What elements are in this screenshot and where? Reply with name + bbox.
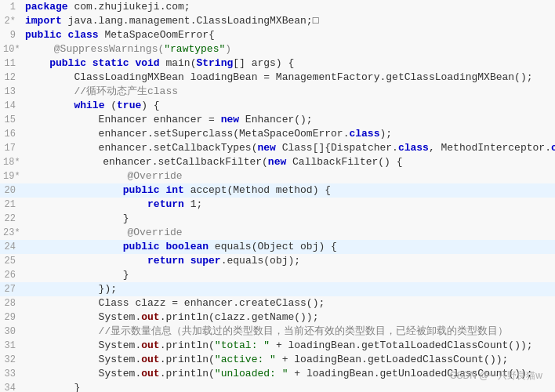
code-text: ClassLoadingMXBean loadingBean = Managem… [25, 71, 533, 83]
code-row: 20 public int accept(Method method) { [0, 183, 555, 198]
code-row: 26 } [0, 268, 555, 282]
line-code: public boolean equals(Object obj) { [22, 240, 555, 254]
line-number: 24 [0, 240, 22, 254]
code-text: Enhancer(); [239, 114, 313, 125]
line-code: //显示数量信息（共加载过的类型数目，当前还有效的类型数目，已经被卸载的类型数目… [22, 325, 555, 339]
line-number: 20 [0, 183, 22, 198]
code-text: .println( [160, 368, 215, 379]
line-number: 25 [0, 254, 22, 268]
line-code: Class clazz = enhancer.createClass(); [22, 296, 555, 310]
line-code: } [22, 381, 555, 392]
line-number: 32 [0, 353, 22, 367]
string-literal: "unloaded: " [215, 368, 288, 379]
code-row: 24 public boolean equals(Object obj) { [0, 240, 555, 254]
code-text: Class clazz = enhancer.createClass(); [25, 297, 325, 309]
line-number: 29 [0, 310, 22, 325]
code-text: com.zhujiukeji.com; [68, 1, 190, 13]
code-text: accept(Method method) { [184, 184, 331, 196]
code-row: 23* @Override [0, 226, 555, 240]
line-number: 31 [0, 339, 22, 353]
keyword: class [551, 142, 555, 154]
keyword: new [221, 114, 239, 125]
code-row: 13 //循环动态产生class [0, 85, 555, 99]
field-reference: out [141, 368, 159, 379]
code-text: ( [104, 100, 117, 111]
keyword: true [117, 100, 141, 111]
code-text: } [25, 382, 80, 392]
line-code: } [22, 212, 555, 226]
code-row: 12 ClassLoadingMXBean loadingBean = Mana… [0, 71, 555, 85]
string-literal: "total: " [215, 339, 270, 351]
code-text: java.lang.management.ClassLoadingMXBean;… [62, 15, 319, 27]
line-number: 18* [0, 155, 27, 169]
code-row: 16 enhancer.setSuperclass(MetaSpaceOomEr… [0, 127, 555, 141]
keyword: super [190, 255, 221, 267]
code-row: 32 System.out.println("active: " + loadi… [0, 353, 555, 367]
line-number: 1 [0, 0, 22, 14]
keyword: new [268, 156, 286, 168]
code-text: Enhancer enhancer = [25, 114, 221, 125]
line-code: public static void main(String[] args) { [22, 56, 555, 71]
annotation: @Override [30, 170, 183, 182]
string-literal: "active: " [215, 354, 276, 365]
line-code: import java.lang.management.ClassLoading… [22, 14, 555, 28]
line-number: 28 [0, 296, 22, 310]
line-code: while (true) { [22, 99, 555, 113]
line-number: 9 [0, 28, 22, 42]
keyword: return [25, 198, 184, 210]
keyword-modifier: public class [25, 29, 99, 41]
code-text: ) { [141, 100, 159, 111]
keyword: new [257, 142, 275, 154]
code-row: 10* @SuppressWarnings("rawtypes") [0, 42, 555, 56]
line-code: ClassLoadingMXBean loadingBean = Managem… [22, 71, 555, 85]
line-number: 14 [0, 99, 22, 113]
keyword: import [25, 15, 62, 27]
keyword-modifier: public boolean [25, 241, 209, 252]
code-row: 22 } [0, 212, 555, 226]
code-text: [] args) { [233, 57, 294, 69]
code-text: .println( [160, 339, 215, 351]
code-text: enhancer.setSuperclass(MetaSpaceOomError… [25, 128, 349, 140]
code-row: 18* enhancer.setCallbackFilter(new Callb… [0, 155, 555, 169]
line-code: @Override [27, 226, 555, 240]
line-number: 11 [0, 56, 22, 71]
keyword: while [74, 100, 104, 111]
comment: //显示数量信息（共加载过的类型数目，当前还有效的类型数目，已经被卸载的类型数目… [25, 325, 508, 337]
code-text: }); [25, 283, 117, 295]
code-row: 11 public static void main(String[] args… [0, 56, 555, 71]
annotation: @Override [30, 227, 183, 238]
line-number: 13 [0, 85, 22, 99]
keyword: return [25, 255, 184, 267]
line-number: 23* [0, 226, 27, 240]
line-number: 12 [0, 71, 22, 85]
code-row: 34 } [0, 381, 555, 392]
code-lines: 1package com.zhujiukeji.com;2*import jav… [0, 0, 555, 392]
code-text: System. [25, 339, 141, 351]
code-row: 2*import java.lang.management.ClassLoadi… [0, 14, 555, 28]
code-row: 15 Enhancer enhancer = new Enhancer(); [0, 113, 555, 127]
code-text: System. [25, 368, 141, 379]
line-number: 17 [0, 141, 22, 155]
code-row: 19* @Override [0, 169, 555, 183]
line-number: 10* [0, 42, 27, 56]
line-number: 19* [0, 169, 27, 183]
line-code: public int accept(Method method) { [22, 183, 555, 198]
code-text: , MethodInterceptor. [429, 142, 551, 154]
code-row: 17 enhancer.setCallbackTypes(new Class[]… [0, 141, 555, 155]
code-text: } [25, 269, 129, 281]
code-row: 30 //显示数量信息（共加载过的类型数目，当前还有效的类型数目，已经被卸载的类… [0, 325, 555, 339]
string-literal: "rawtypes" [164, 43, 225, 55]
code-text [25, 100, 74, 111]
keyword: package [25, 1, 68, 13]
watermark: CSDN @一只野良猫w [450, 369, 542, 383]
line-code: System.out.println("active: " + loadingB… [22, 353, 555, 367]
keyword: class [398, 142, 429, 154]
code-text: + loadingBean.getTotalLoadedClassCount()… [270, 339, 532, 351]
code-text: .equals(obj); [221, 255, 300, 267]
line-code: enhancer.setSuperclass(MetaSpaceOomError… [22, 127, 555, 141]
line-code: enhancer.setCallbackTypes(new Class[]{Di… [22, 141, 555, 155]
line-code: //循环动态产生class [22, 85, 555, 99]
line-number: 27 [0, 282, 22, 296]
line-number: 34 [0, 381, 22, 392]
code-text: equals(Object obj) { [209, 241, 337, 252]
